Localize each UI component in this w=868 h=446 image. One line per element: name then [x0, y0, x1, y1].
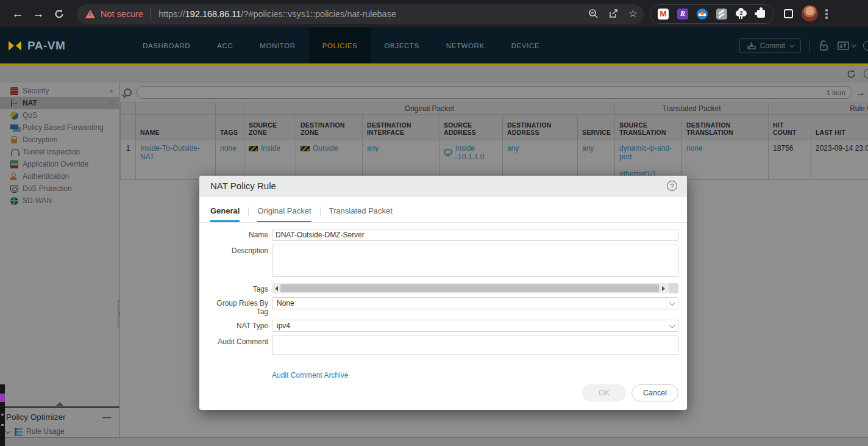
cancel-button[interactable]: Cancel [631, 384, 678, 401]
name-field[interactable] [272, 229, 678, 241]
url-text[interactable]: https://192.168.86.11/?#policies::vsys1:… [158, 9, 583, 19]
audit-comment-label: Audit Comment [210, 336, 268, 358]
not-secure-warning-icon [85, 10, 95, 18]
tags-scroll-track[interactable] [280, 284, 659, 292]
omnibox-divider [151, 9, 151, 20]
url-path: /?#policies::vsys1::policies/nat-rulebas… [241, 9, 396, 19]
tab-separator [320, 207, 321, 217]
chevron-down-icon [669, 300, 675, 306]
group-rules-by-tag-label: Group Rules By Tag [210, 297, 268, 316]
edge-taskbar-sliver [0, 384, 5, 446]
nat-type-select[interactable]: ipv4 [272, 320, 678, 332]
palo-alto-logo-icon [9, 39, 22, 52]
side-panel-icon[interactable] [784, 9, 793, 18]
tags-scroll-right-icon[interactable] [659, 286, 667, 291]
tab-translated-packet[interactable]: Translated Packet [329, 206, 393, 222]
dialog-header: NAT Policy Rule ? [199, 176, 687, 196]
device-name: PA-VM [27, 39, 65, 52]
raindrop-extension-icon[interactable]: R [677, 9, 688, 20]
tab-network[interactable]: NETWORK [433, 27, 498, 63]
dialog-footer: OK Cancel [199, 384, 687, 410]
description-label: Description [210, 245, 268, 279]
commit-chevron-icon [789, 42, 794, 47]
top-navbar: PA-VM DASHBOARD ACC MONITOR POLICIES OBJ… [0, 27, 868, 63]
bookmark-star-icon[interactable]: ☆ [628, 7, 638, 20]
unlock-icon[interactable] [819, 40, 829, 51]
url-scheme: https:// [158, 9, 185, 19]
tab-acc[interactable]: ACC [204, 27, 246, 63]
clipped-edge-icon [863, 41, 868, 51]
tags-field[interactable] [272, 283, 678, 293]
description-field[interactable] [272, 245, 678, 277]
chevron-down-icon [669, 322, 675, 328]
browser-menu-icon[interactable] [825, 9, 828, 19]
tags-dropdown-button[interactable] [669, 283, 678, 293]
gray-slash-extension-icon[interactable] [716, 9, 727, 20]
nat-type-value: ipv4 [277, 322, 290, 330]
url-host: 192.168.86.11 [185, 9, 241, 19]
commit-icon [747, 41, 756, 49]
browser-chrome: ← → Not secure https://192.168.86.11/?#p… [0, 0, 868, 27]
nav-tabs: DASHBOARD ACC MONITOR POLICIES OBJECTS N… [129, 27, 553, 63]
save-load-config-icon[interactable] [838, 40, 855, 51]
tab-monitor[interactable]: MONITOR [246, 27, 308, 63]
taskbar-purple-item [0, 394, 5, 402]
tab-dashboard[interactable]: DASHBOARD [129, 27, 204, 63]
commit-button[interactable]: Commit [739, 38, 801, 53]
save-load-chevron-icon [851, 42, 856, 47]
extensions-puzzle-icon[interactable] [755, 9, 766, 20]
not-secure-label: Not secure [101, 9, 143, 19]
browser-forward-icon[interactable]: → [28, 7, 49, 21]
dialog-title: NAT Policy Rule [210, 181, 276, 191]
navbar-separator [809, 40, 810, 52]
general-form: Name Description Tags [199, 223, 687, 380]
tags-label: Tags [210, 283, 268, 293]
tab-separator [248, 207, 249, 217]
ok-button[interactable]: OK [582, 384, 626, 401]
tab-original-packet[interactable]: Original Packet [257, 206, 311, 222]
screen: ← → Not secure https://192.168.86.11/?#p… [0, 0, 868, 446]
help-icon[interactable]: ? [667, 181, 677, 191]
pan-os-app: PA-VM DASHBOARD ACC MONITOR POLICIES OBJ… [0, 27, 868, 446]
group-rules-by-tag-select[interactable]: None [272, 297, 678, 309]
profile-avatar[interactable] [802, 5, 818, 22]
tab-policies[interactable]: POLICIES [309, 27, 371, 63]
navbar-right-tools: Commit [739, 27, 868, 63]
dialog-tabs: General Original Packet Translated Packe… [199, 196, 687, 223]
extensions-shelf: M R 2 [650, 4, 774, 24]
audit-comment-archive-link[interactable]: Audit Comment Archive [272, 371, 348, 379]
browser-reload-icon[interactable] [49, 9, 69, 20]
browser-back-icon[interactable]: ← [7, 7, 28, 21]
gmail-extension-icon[interactable]: M [658, 9, 669, 20]
tab-objects[interactable]: OBJECTS [371, 27, 433, 63]
group-rules-value: None [277, 299, 294, 308]
blue-circle-extension-icon[interactable] [697, 9, 708, 20]
zoom-out-icon[interactable] [588, 9, 599, 19]
tags-scroll-left-icon[interactable] [272, 286, 280, 291]
share-icon[interactable] [608, 9, 619, 19]
address-bar[interactable]: Not secure https://192.168.86.11/?#polic… [77, 4, 644, 24]
name-label: Name [210, 229, 268, 241]
brand: PA-VM [0, 27, 129, 63]
tab-general[interactable]: General [210, 206, 240, 222]
nat-type-label: NAT Type [210, 320, 268, 332]
cloud-extension-icon[interactable]: 2 [736, 9, 747, 20]
tab-device[interactable]: DEVICE [498, 27, 553, 63]
nat-policy-rule-dialog: NAT Policy Rule ? General Original Packe… [199, 176, 687, 410]
audit-comment-field[interactable] [272, 336, 678, 355]
commit-label: Commit [760, 41, 785, 50]
